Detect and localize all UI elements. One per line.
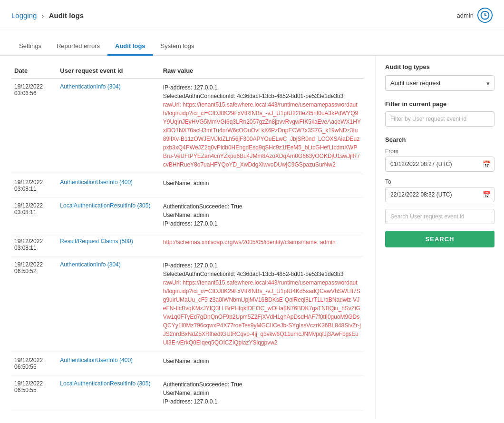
raw-text: AuthenticationSucceeded: True	[163, 381, 242, 388]
user-name: admin	[457, 12, 474, 19]
search-button[interactable]: SEARCH	[385, 231, 494, 247]
row-raw-value: UserName: admin	[160, 174, 364, 197]
table-row: 19/12/2022 03:08:11LocalAuthenticationRe…	[11, 197, 364, 233]
table-row: 19/12/2022 06:50:55LocalAuthenticationRe…	[11, 375, 364, 411]
audit-log-types-label: Audit log types	[385, 63, 494, 70]
raw-text: IP-address: 127.0.0.1	[163, 398, 218, 405]
audit-log-types-select[interactable]: Audit user request	[385, 75, 494, 91]
header: Logging › Audit logs admin	[0, 0, 504, 28]
row-date: 19/12/2022 06:50:55	[11, 352, 57, 375]
audit-log-types-dropdown-wrapper: Audit user request ▾	[385, 75, 494, 91]
filter-section-title: Filter in current page	[385, 100, 494, 108]
breadcrumb-separator: ›	[42, 11, 44, 20]
row-date: 19/12/2022 03:06:56	[11, 79, 57, 174]
from-input[interactable]	[385, 157, 494, 172]
tab-reported-errors[interactable]: Reported errors	[49, 38, 107, 56]
table-row: 19/12/2022 03:06:56AuthenticationInfo (3…	[11, 79, 364, 174]
breadcrumb: Logging › Audit logs	[11, 11, 84, 20]
raw-text: UserName: admin	[163, 212, 209, 218]
table-row: 19/12/2022 06:50:52AuthenticationInfo (3…	[11, 256, 364, 352]
to-label: To	[385, 178, 494, 185]
raw-text: UserName: admin	[163, 358, 209, 364]
from-input-wrapper: 📅	[385, 157, 494, 172]
row-event-id[interactable]: AuthenticationUserInfo (400)	[57, 352, 160, 375]
raw-text: UserName: admin	[163, 390, 209, 396]
row-date: 19/12/2022 03:08:11	[11, 197, 57, 233]
filter-input[interactable]	[385, 111, 494, 127]
row-event-id[interactable]: AuthenticationUserInfo (400)	[57, 174, 160, 197]
row-event-id[interactable]: LocalAuthenticationResultInfo (305)	[57, 375, 160, 411]
raw-text: IP-address: 127.0.0.1	[163, 220, 218, 227]
tab-settings[interactable]: Settings	[11, 38, 49, 56]
raw-text: UserName: admin	[163, 180, 209, 187]
row-event-id[interactable]: LocalAuthenticationResultInfo (305)	[57, 197, 160, 233]
row-event-id[interactable]: AuthenticationInfo (304)	[57, 256, 160, 352]
row-raw-value: AuthenticationSucceeded: TrueUserName: a…	[160, 375, 364, 411]
raw-link[interactable]: rawUrl: https://tenant515.safewhere.loca…	[163, 279, 361, 346]
raw-text: IP-address: 127.0.0.1	[163, 84, 218, 91]
row-raw-value: IP-address: 127.0.0.1SelectedAuthnConnec…	[160, 256, 364, 352]
col-event-id: User request event id	[57, 63, 160, 79]
user-area: admin	[457, 8, 493, 23]
table-row: 19/12/2022 06:50:55AuthenticationUserInf…	[11, 352, 364, 375]
row-event-id[interactable]: AuthenticationInfo (304)	[57, 79, 160, 174]
user-avatar-button[interactable]	[477, 8, 493, 23]
raw-text: IP-address: 127.0.0.1	[163, 262, 218, 269]
row-raw-value: IP-address: 127.0.0.1SelectedAuthnConnec…	[160, 79, 364, 174]
col-date: Date	[11, 63, 57, 79]
audit-log-table: Date User request event id Raw value 19/…	[11, 63, 364, 411]
row-date: 19/12/2022 06:50:55	[11, 375, 57, 411]
to-input[interactable]	[385, 187, 494, 202]
table-row: 19/12/2022 03:08:11AuthenticationUserInf…	[11, 174, 364, 197]
raw-text: SelectedAuthnConnectionId: 4c36dacf-13cb…	[163, 271, 344, 277]
search-section-title: Search	[385, 136, 494, 143]
row-date: 19/12/2022 06:50:52	[11, 256, 57, 352]
breadcrumb-parent[interactable]: Logging	[11, 11, 37, 20]
raw-text: SelectedAuthnConnectionId: 4c36dacf-13cb…	[163, 93, 344, 99]
raw-text: AuthenticationSucceeded: True	[163, 203, 242, 210]
search-event-input[interactable]	[385, 209, 494, 224]
tab-audit-logs[interactable]: Audit logs	[107, 38, 153, 56]
breadcrumb-current: Audit logs	[49, 11, 84, 20]
col-raw-value: Raw value	[160, 63, 364, 79]
from-label: From	[385, 148, 494, 155]
main-content: Date User request event id Raw value 19/…	[0, 56, 504, 419]
tab-system-logs[interactable]: System logs	[153, 38, 202, 56]
row-raw-value: http://schemas.xmlsoap.org/ws/2005/05/id…	[160, 233, 364, 256]
row-date: 19/12/2022 03:08:11	[11, 233, 57, 256]
tabs-bar: Settings Reported errors Audit logs Syst…	[0, 38, 504, 56]
table-row: 19/12/2022 03:08:11Result/Request Claims…	[11, 233, 364, 256]
row-event-id[interactable]: Result/Request Claims (500)	[57, 233, 160, 256]
raw-link[interactable]: http://schemas.xmlsoap.org/ws/2005/05/id…	[163, 239, 336, 246]
table-section: Date User request event id Raw value 19/…	[0, 56, 376, 419]
to-input-wrapper: 📅	[385, 187, 494, 202]
sidebar: Audit log types Audit user request ▾ Fil…	[376, 56, 504, 419]
row-raw-value: UserName: admin	[160, 352, 364, 375]
row-date: 19/12/2022 03:08:11	[11, 174, 57, 197]
raw-link[interactable]: rawUrl: https://tenant515.safewhere.loca…	[163, 101, 361, 168]
row-raw-value: AuthenticationSucceeded: TrueUserName: a…	[160, 197, 364, 233]
